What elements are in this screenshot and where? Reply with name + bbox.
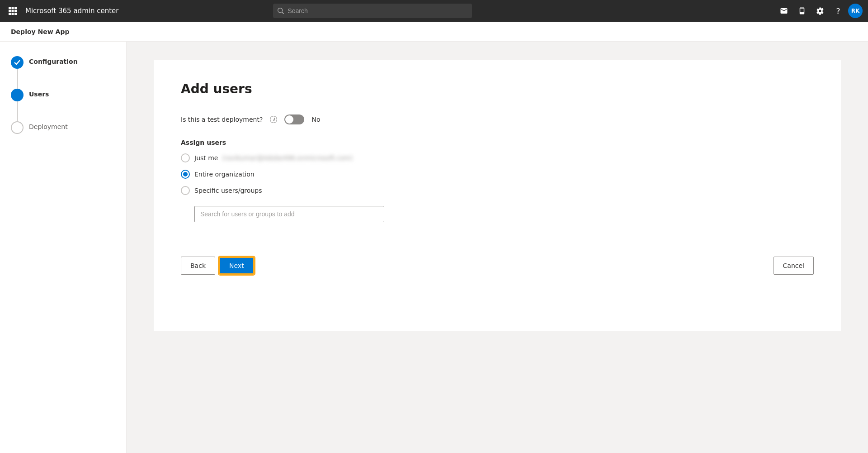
radio-just-me-email: (ravikumar@Adobe496.onmicrosoft.com)	[220, 154, 353, 162]
toggle-knob	[285, 115, 293, 124]
device-icon[interactable]	[794, 3, 810, 19]
svg-rect-1	[12, 7, 14, 9]
radio-just-me[interactable]: Just me (ravikumar@Adobe496.onmicrosoft.…	[181, 153, 814, 162]
footer-buttons: Back Next Cancel	[181, 249, 814, 275]
step-configuration: Configuration	[11, 56, 115, 69]
topbar: Microsoft 365 admin center ? RK	[0, 0, 868, 22]
cancel-button[interactable]: Cancel	[774, 257, 814, 275]
assign-users-label: Assign users	[181, 139, 814, 146]
radio-entire-org-label: Entire organization	[194, 171, 255, 178]
page-title: Deploy New App	[11, 28, 69, 35]
search-input[interactable]	[288, 7, 467, 14]
test-deployment-info-icon[interactable]: i	[270, 116, 277, 123]
radio-entire-org-circle	[181, 170, 190, 179]
radio-just-me-circle	[181, 153, 190, 162]
help-icon[interactable]: ?	[830, 3, 846, 19]
mail-icon[interactable]	[776, 3, 792, 19]
step-3-indicator	[11, 121, 24, 134]
svg-rect-7	[12, 13, 14, 15]
topbar-icons: ? RK	[776, 3, 863, 19]
svg-rect-2	[14, 7, 17, 9]
test-deployment-toggle[interactable]	[284, 114, 304, 124]
svg-rect-5	[14, 10, 17, 12]
radio-entire-org[interactable]: Entire organization	[181, 170, 814, 179]
page-heading: Add users	[181, 81, 814, 96]
step-3-label: Deployment	[29, 121, 68, 130]
connector-1	[17, 69, 18, 89]
step-2-label: Users	[29, 89, 49, 98]
avatar[interactable]: RK	[848, 4, 863, 18]
stepper-panel: Configuration Users Deployment	[0, 42, 127, 453]
radio-specific-users[interactable]: Specific users/groups	[181, 186, 814, 195]
app-title: Microsoft 365 admin center	[25, 7, 118, 15]
assign-users-radio-group: Just me (ravikumar@Adobe496.onmicrosoft.…	[181, 153, 814, 195]
svg-rect-3	[9, 10, 11, 12]
assign-users-section: Assign users Just me (ravikumar@Adobe496…	[181, 139, 814, 222]
test-deployment-row: Is this a test deployment? i No	[181, 114, 814, 124]
users-groups-search-input[interactable]	[194, 206, 384, 222]
step-1-label: Configuration	[29, 56, 78, 65]
step-1-indicator	[11, 56, 24, 69]
step-2-indicator	[11, 89, 24, 101]
radio-specific-users-circle	[181, 186, 190, 195]
svg-rect-4	[12, 10, 14, 12]
search-input-wrap	[194, 206, 814, 222]
step-deployment: Deployment	[11, 121, 115, 134]
svg-rect-6	[9, 13, 11, 15]
connector-2	[17, 101, 18, 121]
radio-just-me-label: Just me (ravikumar@Adobe496.onmicrosoft.…	[194, 154, 353, 162]
test-deployment-value: No	[311, 116, 320, 123]
waffle-icon[interactable]	[5, 4, 20, 18]
test-deployment-label: Is this a test deployment?	[181, 116, 263, 123]
content-area: Add users Is this a test deployment? i N…	[127, 42, 868, 453]
global-search-box[interactable]	[273, 4, 472, 18]
main-wrapper: Configuration Users Deployment Add users…	[0, 42, 868, 453]
subheader: Deploy New App	[0, 22, 868, 42]
svg-rect-8	[14, 13, 17, 15]
next-button[interactable]: Next	[219, 257, 255, 275]
svg-rect-0	[9, 7, 11, 9]
step-users: Users	[11, 89, 115, 101]
radio-specific-users-label: Specific users/groups	[194, 187, 262, 194]
settings-icon[interactable]	[812, 3, 828, 19]
back-button[interactable]: Back	[181, 257, 215, 275]
content-card: Add users Is this a test deployment? i N…	[154, 60, 841, 331]
cancel-btn-wrap: Cancel	[774, 257, 814, 275]
search-icon	[278, 8, 284, 14]
